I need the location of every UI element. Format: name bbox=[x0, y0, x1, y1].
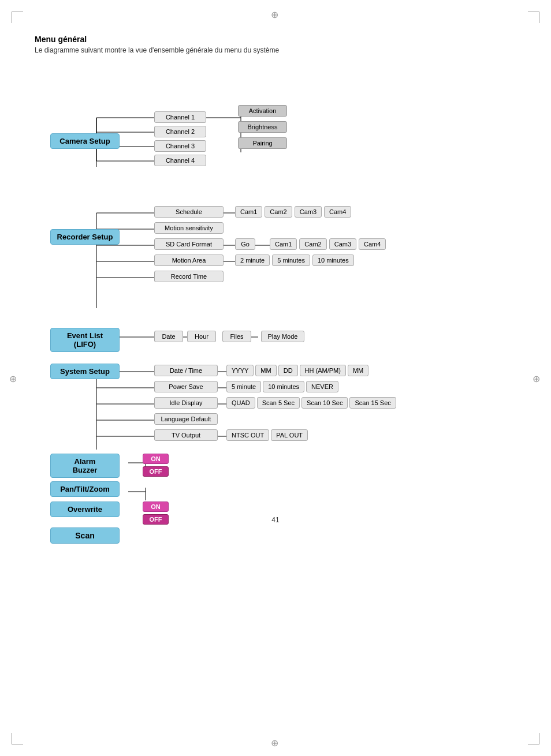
record-time-box: Record Time bbox=[154, 271, 224, 282]
motion-area-box: Motion Area bbox=[154, 255, 224, 266]
alarm-off-box: OFF bbox=[143, 466, 169, 477]
alarm-buzzer-box: Alarm Buzzer bbox=[50, 454, 120, 478]
page-number: 41 bbox=[35, 516, 516, 524]
channel-1-box: Channel 1 bbox=[154, 111, 206, 123]
sd-cam3: Cam3 bbox=[329, 238, 356, 250]
hour-box: Hour bbox=[187, 331, 216, 342]
motion-2min: 2 minute bbox=[235, 255, 270, 266]
channel-3-box: Channel 3 bbox=[154, 140, 206, 152]
pan-tilt-zoom-box: Pan/Tilt/Zoom bbox=[50, 481, 120, 497]
tv-output-options-row: NTSC OUT PAL OUT bbox=[226, 429, 308, 441]
play-mode-box: Play Mode bbox=[261, 331, 304, 342]
sdcard-cam-row: Cam1 Cam2 Cam3 Cam4 bbox=[270, 238, 386, 250]
brightness-box: Brightness bbox=[238, 121, 287, 133]
idle-display-box: Idle Display bbox=[154, 397, 218, 409]
date-time-box: Date / Time bbox=[154, 365, 218, 376]
page-subtitle: Le diagramme suivant montre la vue d'ens… bbox=[35, 46, 516, 54]
sd-cam2: Cam2 bbox=[299, 238, 326, 250]
camera-setup-box: Camera Setup bbox=[50, 133, 120, 149]
sched-cam2: Cam2 bbox=[265, 206, 292, 218]
tv-output-box: TV Output bbox=[154, 429, 218, 441]
id-scan15: Scan 15 Sec bbox=[349, 397, 396, 409]
ps-10min: 10 minutes bbox=[263, 381, 304, 392]
motion-10min: 10 minutes bbox=[312, 255, 354, 266]
id-scan5: Scan 5 Sec bbox=[257, 397, 300, 409]
idle-display-options-row: QUAD Scan 5 Sec Scan 10 Sec Scan 15 Sec bbox=[226, 397, 396, 409]
motion-area-options-row: 2 minute 5 minutes 10 minutes bbox=[235, 255, 354, 266]
dt-mm2: MM bbox=[348, 365, 368, 376]
event-list-box: Event List (LIFO) bbox=[50, 328, 120, 352]
power-save-options-row: 5 minute 10 minutes NEVER bbox=[226, 381, 338, 392]
alarm-buzzer-label: Alarm Buzzer bbox=[73, 457, 98, 474]
sd-cam4: Cam4 bbox=[359, 238, 386, 250]
files-box: Files bbox=[222, 331, 251, 342]
id-quad: QUAD bbox=[226, 397, 255, 409]
page-title: Menu général bbox=[35, 35, 516, 44]
sched-cam4: Cam4 bbox=[324, 206, 351, 218]
menu-diagram: Camera Setup Channel 1 Channel 2 Channel… bbox=[39, 66, 512, 504]
motion-sensitivity-box: Motion sensitivity bbox=[154, 222, 224, 234]
dt-dd: DD bbox=[278, 365, 298, 376]
schedule-box: Schedule bbox=[154, 206, 224, 218]
sched-cam1: Cam1 bbox=[235, 206, 262, 218]
sched-cam3: Cam3 bbox=[295, 206, 322, 218]
pairing-box: Pairing bbox=[238, 137, 287, 149]
scan-box: Scan bbox=[50, 527, 120, 544]
sd-cam1: Cam1 bbox=[270, 238, 297, 250]
dt-mm1: MM bbox=[255, 365, 276, 376]
activation-box: Activation bbox=[238, 105, 287, 117]
power-save-box: Power Save bbox=[154, 381, 218, 392]
datetime-options-row: YYYY MM DD HH (AM/PM) MM bbox=[226, 365, 368, 376]
tv-pal: PAL OUT bbox=[271, 429, 308, 441]
channel-2-box: Channel 2 bbox=[154, 126, 206, 137]
tv-ntsc: NTSC OUT bbox=[226, 429, 269, 441]
motion-5min: 5 minutes bbox=[272, 255, 310, 266]
sd-card-format-box: SD Card Format bbox=[154, 238, 224, 250]
overwrite-off-box: OFF bbox=[143, 514, 169, 525]
dt-yyyy: YYYY bbox=[226, 365, 254, 376]
system-setup-box: System Setup bbox=[50, 364, 120, 379]
dt-hh: HH (AM/PM) bbox=[300, 365, 346, 376]
overwrite-on-box: ON bbox=[143, 501, 169, 512]
ps-5min: 5 minute bbox=[226, 381, 261, 392]
alarm-on-box: ON bbox=[143, 454, 169, 464]
language-default-box: Language Default bbox=[154, 413, 218, 425]
event-list-label: Event List (LIFO) bbox=[67, 331, 103, 349]
channel-4-box: Channel 4 bbox=[154, 155, 206, 166]
schedule-cam-row: Cam1 Cam2 Cam3 Cam4 bbox=[235, 206, 351, 218]
overwrite-box: Overwrite bbox=[50, 501, 120, 517]
id-scan10: Scan 10 Sec bbox=[301, 397, 348, 409]
go-box: Go bbox=[235, 238, 255, 250]
ps-never: NEVER bbox=[306, 381, 338, 392]
recorder-setup-box: Recorder Setup bbox=[50, 229, 120, 245]
date-box: Date bbox=[154, 331, 183, 342]
